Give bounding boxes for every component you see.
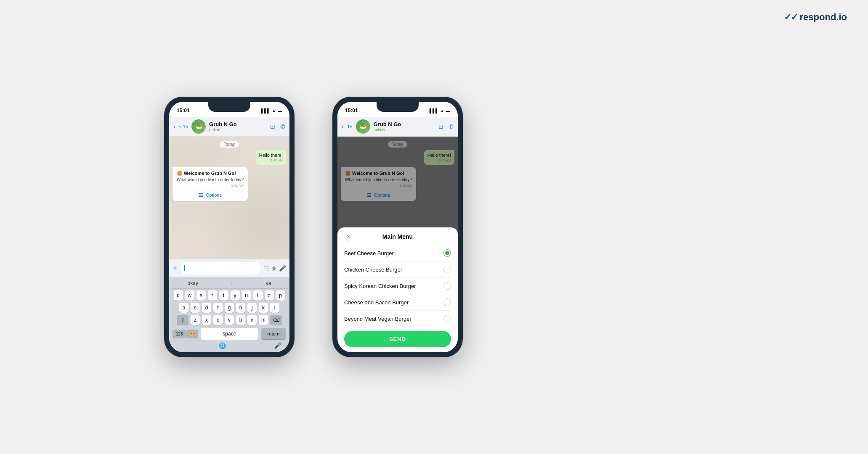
menu-item-5-label: Beyond Meat Vegan Burger [344, 316, 411, 322]
menu-item-1-label: Beef Cheese Burger [344, 250, 394, 256]
video-icon-2[interactable]: ⊡ [438, 123, 443, 130]
list-icon-1 [199, 193, 203, 197]
modal-header: × Main Menu [344, 233, 451, 240]
battery-icon-1: ▬ [278, 108, 282, 113]
header-icons-1: ⊡ ✆ [270, 123, 285, 130]
phone-1: 15:01 ▌▌▌ ▲ ▬ ‹ < 15 🥗 Grub N Go online … [164, 97, 295, 357]
back-button-2[interactable]: ‹ [342, 123, 344, 130]
kb-bottom-row: 123 😊 space return [171, 327, 288, 340]
call-icon-2[interactable]: ✆ [449, 123, 454, 130]
key-g[interactable]: g [225, 303, 234, 313]
key-r[interactable]: r [208, 290, 217, 301]
key-x[interactable]: x [202, 315, 211, 325]
battery-icon-2: ▬ [446, 108, 450, 113]
menu-item-4-label: Cheese and Bacon Burger [344, 299, 409, 306]
call-icon-1[interactable]: ✆ [280, 123, 285, 130]
menu-item-5[interactable]: Beyond Meat Vegan Burger [344, 311, 451, 327]
key-b[interactable]: b [236, 315, 245, 325]
options-button-1[interactable]: Options [177, 190, 244, 198]
camera-icon-1[interactable]: ◉ [271, 265, 276, 272]
modal-overlay: × Main Menu Beef Cheese Burger Chicken C… [337, 137, 458, 352]
input-icons-1: ◱ ◉ 🎤 [263, 265, 286, 272]
suggestion-i[interactable]: i [231, 280, 233, 286]
menu-item-1[interactable]: Beef Cheese Burger [344, 245, 451, 261]
radio-1[interactable] [443, 249, 451, 257]
signal-icon-2: ▌▌▌ [430, 108, 438, 113]
key-return[interactable]: return [261, 328, 286, 339]
globe-icon[interactable]: 🌐 [219, 342, 226, 349]
contact-info-1: Grub N Go online [209, 121, 267, 132]
key-t[interactable]: t [219, 290, 228, 301]
phone-notch-1 [208, 102, 250, 112]
key-o[interactable]: o [265, 290, 274, 301]
contact-name-2[interactable]: Grub N Go [374, 121, 435, 127]
status-icons-1: ▌▌▌ ▲ ▬ [261, 108, 282, 113]
key-i[interactable]: i [253, 290, 263, 301]
key-s[interactable]: s [191, 303, 200, 313]
modal-close-button[interactable]: × [344, 232, 353, 241]
mic-key[interactable]: 🎤 [274, 342, 281, 349]
key-w[interactable]: w [185, 290, 194, 301]
key-f[interactable]: f [213, 303, 223, 313]
key-q[interactable]: q [174, 290, 183, 301]
key-j[interactable]: j [247, 303, 257, 313]
back-count-1[interactable]: < 15 [179, 124, 188, 129]
logo-checkmark: ✓✓ [784, 12, 797, 23]
key-c[interactable]: c [213, 315, 223, 325]
key-l[interactable]: l [270, 303, 279, 313]
key-space[interactable]: space [201, 328, 258, 340]
contact-status-2: online [374, 127, 435, 132]
contact-status-1: online [209, 127, 267, 132]
mic-icon-1[interactable]: 🎤 [279, 265, 286, 272]
received-time-1: 9:42 AM [177, 184, 244, 187]
back-button-1[interactable]: ‹ [173, 123, 175, 130]
back-count-2[interactable]: 15 [347, 124, 352, 129]
attach-button-1[interactable]: + [173, 264, 178, 273]
cursor-1 [184, 265, 185, 271]
key-shift[interactable]: ⇧ [177, 315, 188, 325]
radio-5[interactable] [443, 315, 451, 322]
radio-3[interactable] [443, 282, 451, 290]
kb-row-3: ⇧ z x c v b n m ⌫ [171, 315, 288, 325]
radio-4[interactable] [443, 298, 451, 306]
key-m[interactable]: m [259, 315, 268, 325]
send-button[interactable]: SEND [344, 331, 451, 347]
key-123[interactable]: 123 [173, 330, 186, 338]
avatar-1: 🥗 [191, 119, 206, 134]
input-area-1: + ◱ ◉ 🎤 [169, 259, 289, 277]
key-k[interactable]: k [259, 303, 268, 313]
status-time-1: 15:01 [177, 108, 190, 114]
key-z[interactable]: z [191, 315, 200, 325]
chat-area-1: Today Hello there! 9:42 AM 🍔 Welcome to … [169, 137, 289, 259]
wifi-icon-2: ▲ [440, 108, 444, 113]
sticker-icon-1[interactable]: ◱ [263, 265, 269, 272]
menu-item-3[interactable]: Spicy Korean Chicken Burger [344, 278, 451, 294]
key-h[interactable]: h [236, 303, 245, 313]
avatar-2: 🥗 [356, 119, 370, 134]
message-input-1[interactable] [180, 262, 261, 275]
contact-info-2: Grub N Go online [374, 121, 435, 132]
contact-name-1[interactable]: Grub N Go [209, 121, 267, 127]
video-icon-1[interactable]: ⊡ [270, 123, 275, 130]
key-backspace[interactable]: ⌫ [270, 315, 282, 325]
suggestion-ya[interactable]: ya [266, 280, 271, 286]
logo: ✓✓ respond.io [784, 12, 847, 23]
key-a[interactable]: a [179, 303, 188, 313]
radio-2[interactable] [443, 266, 451, 273]
suggestion-okay[interactable]: okay [188, 280, 198, 286]
chat-area-2: Today Hello there! 9:42 AM 🍔 Welcome to … [337, 137, 458, 352]
key-p[interactable]: p [276, 290, 285, 301]
phone-2: 15:01 ▌▌▌ ▲ ▬ ‹ 15 🥗 Grub N Go online ⊡ … [332, 97, 463, 357]
kb-row-2: a s d f g h j k l [171, 303, 288, 313]
key-y[interactable]: y [231, 290, 240, 301]
key-d[interactable]: d [202, 303, 211, 313]
key-emoji[interactable]: 😊 [186, 330, 198, 338]
menu-item-4[interactable]: Cheese and Bacon Burger [344, 294, 451, 311]
key-n[interactable]: n [247, 315, 257, 325]
menu-item-2[interactable]: Chicken Cheese Burger [344, 261, 451, 278]
key-v[interactable]: v [225, 315, 234, 325]
date-badge-1: Today [173, 140, 286, 148]
key-u[interactable]: u [242, 290, 251, 301]
phone-2-inner: 15:01 ▌▌▌ ▲ ▬ ‹ 15 🥗 Grub N Go online ⊡ … [337, 102, 458, 352]
key-e[interactable]: e [196, 290, 206, 301]
